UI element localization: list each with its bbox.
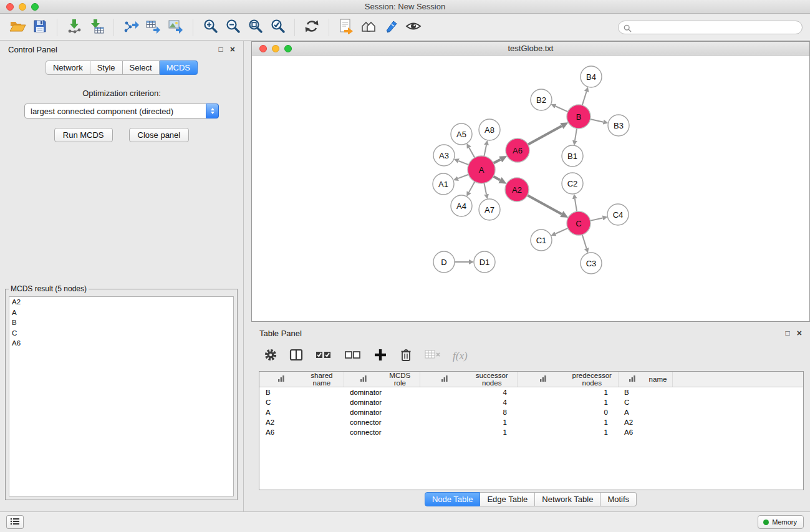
network-canvas-container[interactable]: B4B2BB3A8A5A6A3B1AA1C2A2A4A7C4CC1C3DD1	[252, 56, 809, 321]
table-cell[interactable]: dominator	[344, 407, 420, 417]
run-mcds-button[interactable]: Run MCDS	[54, 128, 113, 142]
graph-edge-C-C3[interactable]	[582, 235, 587, 248]
tab-mcds[interactable]: MCDS	[160, 60, 198, 75]
graph-edge-B-B2[interactable]	[556, 106, 568, 112]
table-row[interactable]: A6connector11A6	[259, 427, 803, 437]
graph-node-B1[interactable]: B1	[562, 145, 583, 167]
graph-edge-A-A3[interactable]	[458, 161, 468, 165]
table-cell[interactable]: 1	[517, 417, 618, 427]
table-cell[interactable]: 8	[420, 407, 517, 417]
graph-edge-A-A8[interactable]	[484, 145, 486, 156]
home-view-button[interactable]	[357, 16, 380, 39]
graph-edge-A-A5[interactable]	[469, 148, 475, 158]
result-item[interactable]: C	[9, 328, 233, 339]
function-builder-button[interactable]: f(x)	[453, 350, 468, 362]
export-network-button[interactable]	[120, 16, 142, 39]
graph-node-D1[interactable]: D1	[474, 251, 495, 273]
minimize-network-window-button[interactable]	[272, 45, 279, 52]
table-cell[interactable]: connector	[344, 417, 420, 427]
toggle-visibility-button[interactable]	[402, 16, 425, 39]
graph-node-C2[interactable]: C2	[562, 173, 583, 194]
column-header-name[interactable]: name	[618, 372, 672, 387]
table-row[interactable]: Cdominator41C	[259, 397, 803, 407]
graph-node-C[interactable]: C	[567, 211, 591, 235]
graph-edge-C-C1[interactable]	[556, 228, 568, 234]
zoom-out-button[interactable]	[221, 16, 244, 39]
graph-node-B4[interactable]: B4	[581, 66, 602, 87]
minimize-window-button[interactable]	[19, 3, 26, 11]
zoom-network-window-button[interactable]	[284, 45, 292, 52]
column-header-shared-name[interactable]: shared name	[259, 372, 344, 387]
memory-button[interactable]: Memory	[758, 515, 804, 529]
column-header-predecessor-nodes[interactable]: predecessor nodes	[517, 372, 618, 387]
graph-edge-C-C2[interactable]	[575, 199, 577, 212]
graph-edge-A-A4[interactable]	[469, 181, 475, 192]
graph-node-A2[interactable]: A2	[505, 178, 529, 201]
graph-edge-B-B4[interactable]	[582, 92, 587, 105]
zoom-fit-button[interactable]	[244, 16, 266, 39]
graph-node-B2[interactable]: B2	[531, 89, 552, 110]
table-settings-button[interactable]	[263, 348, 279, 364]
graph-edge-A-A6[interactable]	[493, 160, 500, 163]
import-network-button[interactable]	[63, 16, 85, 39]
table-cell[interactable]: 4	[420, 387, 517, 397]
mcds-result-list[interactable]: A2ABCA6	[9, 296, 234, 496]
graph-node-C4[interactable]: C4	[607, 204, 629, 225]
graph-edge-B-B3[interactable]	[591, 119, 604, 122]
graph-node-C1[interactable]: C1	[531, 230, 552, 251]
graph-node-A7[interactable]: A7	[479, 199, 500, 220]
table-row[interactable]: Bdominator41B	[259, 387, 803, 397]
result-item[interactable]: A	[9, 307, 233, 318]
table-cell[interactable]: 1	[517, 397, 618, 407]
table-cell[interactable]: A2	[259, 417, 344, 427]
graph-edge-A-A7[interactable]	[484, 183, 486, 195]
graph-edge-A2-C[interactable]	[528, 195, 562, 214]
table-cell[interactable]: dominator	[344, 397, 420, 407]
graph-node-A8[interactable]: A8	[479, 119, 500, 140]
table-row[interactable]: Adominator80A	[259, 407, 803, 417]
export-image-button[interactable]	[165, 16, 187, 39]
table-cell[interactable]: C	[259, 397, 344, 407]
zoom-window-button[interactable]	[31, 3, 39, 11]
graph-node-A4[interactable]: A4	[451, 195, 472, 216]
table-cell[interactable]: 0	[517, 407, 618, 417]
deselect-all-button[interactable]	[343, 348, 363, 364]
tab-motifs[interactable]: Motifs	[600, 492, 637, 506]
column-header-mcds-role[interactable]: MCDS role	[344, 372, 420, 387]
float-table-panel-icon[interactable]: □	[786, 329, 790, 337]
task-history-button[interactable]	[6, 515, 24, 529]
table-cell[interactable]: 1	[517, 387, 618, 397]
result-item[interactable]: A2	[9, 297, 233, 307]
close-table-panel-icon[interactable]: ×	[797, 329, 802, 337]
table-cell[interactable]: 1	[420, 417, 517, 427]
graph-node-A1[interactable]: A1	[433, 173, 454, 195]
tab-network[interactable]: Network	[46, 60, 90, 75]
graph-edge-A-A2[interactable]	[493, 177, 500, 180]
float-panel-icon[interactable]: □	[219, 46, 223, 53]
optimization-dropdown[interactable]: largest connected component (directed)	[24, 104, 219, 118]
table-cell[interactable]: C	[618, 397, 672, 407]
close-panel-icon[interactable]: ×	[230, 45, 235, 54]
table-cell[interactable]: dominator	[344, 387, 420, 397]
table-cell[interactable]: 1	[420, 427, 517, 437]
graph-node-B3[interactable]: B3	[608, 115, 629, 136]
graph-node-D[interactable]: D	[433, 251, 455, 273]
table-cell[interactable]: A	[259, 407, 344, 417]
tab-node-table[interactable]: Node Table	[425, 492, 481, 506]
search-input[interactable]	[618, 21, 803, 34]
table-cell[interactable]: A6	[618, 427, 672, 437]
table-cell[interactable]: B	[618, 387, 672, 397]
graph-edge-C-C4[interactable]	[591, 218, 603, 220]
annotations-button[interactable]	[380, 16, 402, 39]
tab-select[interactable]: Select	[123, 60, 160, 75]
table-cell[interactable]: 1	[517, 427, 618, 437]
zoom-in-button[interactable]	[199, 16, 221, 39]
graph-node-A6[interactable]: A6	[506, 138, 529, 162]
graph-edge-A6-B[interactable]	[528, 126, 562, 145]
graph-node-B[interactable]: B	[567, 105, 591, 128]
select-all-button[interactable]	[314, 348, 334, 364]
apply-layout-button[interactable]	[301, 16, 323, 39]
graph-node-A3[interactable]: A3	[433, 145, 455, 166]
add-column-button[interactable]	[372, 348, 388, 364]
result-item[interactable]: B	[9, 317, 233, 328]
